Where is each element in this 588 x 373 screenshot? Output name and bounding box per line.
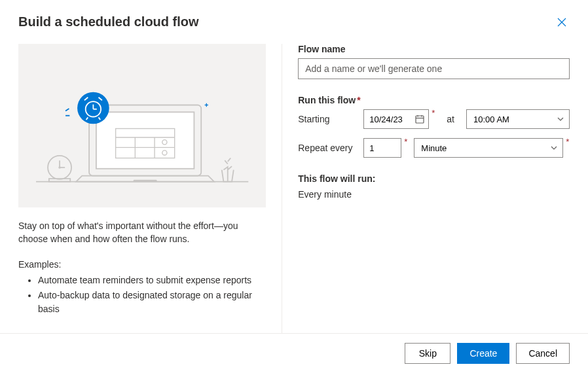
repeat-value-input[interactable]: [363, 138, 401, 158]
date-input-wrap: [363, 109, 429, 129]
time-select-wrap: 10:00 AM: [466, 109, 570, 129]
at-label: at: [447, 114, 454, 124]
examples-list: Automate team reminders to submit expens…: [18, 274, 266, 316]
summary-label: This flow will run:: [298, 173, 570, 184]
flow-name-label: Flow name: [298, 44, 570, 54]
svg-rect-7: [96, 112, 194, 168]
list-item: Auto-backup data to designated storage o…: [38, 289, 266, 316]
starting-time-select[interactable]: 10:00 AM: [466, 109, 570, 129]
required-mark: *: [404, 137, 407, 147]
left-column: Stay on top of what's important without …: [18, 44, 282, 333]
cancel-button[interactable]: Cancel: [516, 343, 570, 364]
svg-rect-26: [416, 116, 424, 123]
description-text: Stay on top of what's important without …: [18, 219, 266, 246]
calendar-icon: [414, 114, 425, 124]
repeat-label: Repeat every: [298, 143, 357, 153]
run-flow-label: Run this flow*: [298, 95, 570, 105]
repeat-row: Repeat every * Minute *: [298, 138, 570, 158]
unit-select-wrap: Minute: [414, 138, 563, 158]
close-button[interactable]: [554, 14, 570, 32]
required-mark: *: [357, 95, 360, 105]
create-button[interactable]: Create: [457, 343, 509, 364]
starting-row: Starting * at 10:00 A: [298, 109, 570, 129]
dialog-title: Build a scheduled cloud flow: [18, 14, 199, 29]
run-flow-section: Run this flow* Starting * at: [298, 95, 570, 158]
list-item: Automate team reminders to submit expens…: [38, 274, 266, 287]
summary-section: This flow will run: Every minute: [298, 173, 570, 200]
required-mark: *: [566, 137, 569, 147]
dialog: Build a scheduled cloud flow: [0, 0, 588, 373]
repeat-unit-select[interactable]: Minute: [414, 138, 563, 158]
svg-rect-8: [134, 180, 157, 182]
skip-button[interactable]: Skip: [405, 343, 450, 364]
right-column: Flow name Run this flow* Starting: [282, 44, 570, 333]
run-flow-label-text: Run this flow: [298, 95, 356, 105]
examples-label: Examples:: [18, 259, 266, 270]
dialog-content: Stay on top of what's important without …: [0, 32, 588, 333]
flow-name-input[interactable]: [298, 58, 570, 79]
flow-name-section: Flow name: [298, 44, 570, 79]
starting-label: Starting: [298, 114, 357, 124]
required-mark: *: [432, 108, 435, 118]
dialog-header: Build a scheduled cloud flow: [0, 0, 588, 32]
dialog-footer: Skip Create Cancel: [0, 333, 588, 373]
illustration: [18, 44, 266, 207]
summary-text: Every minute: [298, 189, 570, 200]
close-icon: [557, 17, 567, 27]
svg-line-16: [65, 109, 69, 111]
